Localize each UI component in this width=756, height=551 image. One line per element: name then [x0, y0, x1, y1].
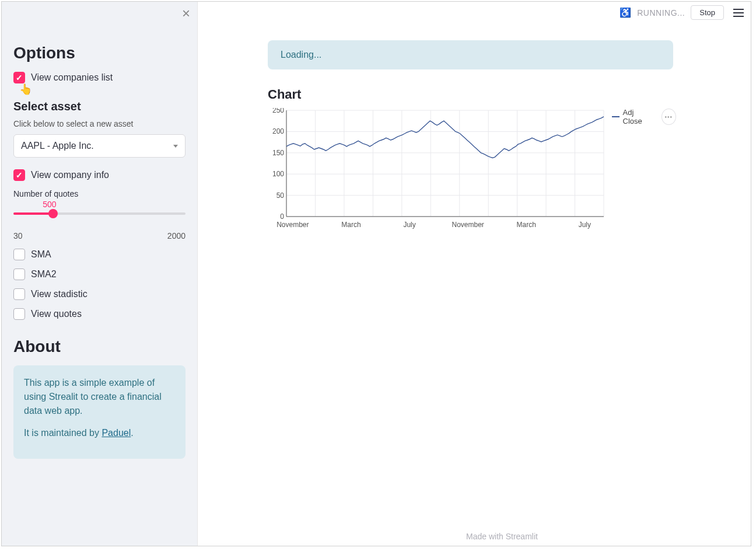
legend-line-icon [612, 116, 620, 117]
checkbox-view-companies[interactable]: View companies list [13, 72, 186, 83]
chevron-down-icon [173, 145, 178, 148]
about-box: This app is a simple example of using St… [13, 365, 186, 459]
chart-legend: Adj Close ••• [612, 108, 676, 125]
checkbox-sma2[interactable]: SMA2 [13, 268, 186, 280]
svg-text:250: 250 [272, 108, 284, 114]
running-icon: ♿ [620, 7, 631, 18]
about-suffix: . [131, 428, 133, 438]
checkbox-box-icon [13, 249, 25, 260]
svg-text:200: 200 [272, 127, 284, 135]
line-chart[interactable]: 050100150200250NovemberMarchJulyNovember… [268, 108, 606, 231]
select-asset-heading: Select asset [13, 100, 186, 113]
select-asset-hint: Click below to select a new asset [13, 119, 186, 128]
checkbox-check-icon [13, 72, 25, 83]
asset-select[interactable]: AAPL - Apple Inc. [13, 134, 186, 158]
slider-minmax: 30 2000 [13, 231, 186, 240]
chart-menu-button[interactable]: ••• [662, 109, 676, 125]
legend-label: Adj Close [623, 108, 652, 125]
footer-text: Made with Streamlit [466, 532, 538, 541]
checkbox-label: View companies list [31, 72, 113, 83]
svg-text:July: July [403, 221, 415, 229]
about-paragraph-1: This app is a simple example of using St… [24, 376, 175, 418]
top-right-controls: ♿ RUNNING... Stop [620, 5, 744, 20]
about-heading: About [13, 337, 186, 356]
svg-text:March: March [341, 221, 360, 229]
checkbox-view-company-info[interactable]: View company info [13, 169, 186, 181]
quotes-slider[interactable]: 500 [13, 201, 186, 226]
slider-min: 30 [13, 231, 23, 240]
sidebar: × Options View companies list 👆 Select a… [2, 2, 198, 546]
svg-text:100: 100 [272, 170, 284, 178]
stop-button[interactable]: Stop [691, 5, 724, 20]
slider-value: 500 [43, 200, 56, 209]
checkbox-box-icon [13, 308, 25, 320]
slider-max: 2000 [167, 231, 186, 240]
options-heading: Options [13, 44, 186, 62]
checkbox-label: View stadistic [31, 289, 88, 299]
checkbox-sma[interactable]: SMA [13, 249, 186, 260]
about-prefix: It is maintained by [24, 428, 102, 438]
slider-fill [13, 212, 53, 215]
loading-banner: Loading... [268, 40, 673, 69]
svg-text:March: March [517, 221, 536, 229]
hamburger-menu-icon[interactable] [733, 9, 744, 17]
svg-text:50: 50 [276, 191, 285, 200]
svg-text:November: November [276, 221, 309, 229]
checkbox-check-icon [13, 169, 25, 181]
main-content: ♿ RUNNING... Stop Loading... Chart 05010… [198, 2, 751, 546]
svg-text:150: 150 [272, 149, 284, 157]
checkbox-box-icon [13, 288, 25, 300]
asset-select-value: AAPL - Apple Inc. [21, 141, 94, 151]
svg-text:November: November [452, 221, 484, 229]
running-label: RUNNING... [637, 8, 685, 18]
app-frame: × Options View companies list 👆 Select a… [1, 1, 751, 546]
pointer-cursor-icon: 👆 [19, 83, 32, 96]
checkbox-view-quotes[interactable]: View quotes [13, 308, 186, 320]
checkbox-view-stadistic[interactable]: View stadistic [13, 288, 186, 300]
checkbox-box-icon [13, 268, 25, 280]
chart-area: 050100150200250NovemberMarchJulyNovember… [268, 108, 676, 231]
about-paragraph-2: It is maintained by Paduel. [24, 426, 175, 440]
about-link[interactable]: Paduel [102, 428, 131, 438]
slider-thumb[interactable] [48, 209, 58, 218]
checkbox-label: SMA [31, 249, 51, 260]
close-icon[interactable]: × [182, 6, 190, 20]
checkbox-label: View quotes [31, 309, 82, 319]
checkbox-label: SMA2 [31, 269, 57, 280]
checkbox-label: View company info [31, 170, 109, 180]
chart-heading: Chart [268, 87, 716, 102]
slider-label: Number of quotes [13, 189, 186, 198]
svg-text:0: 0 [280, 212, 284, 221]
svg-text:July: July [579, 221, 591, 229]
